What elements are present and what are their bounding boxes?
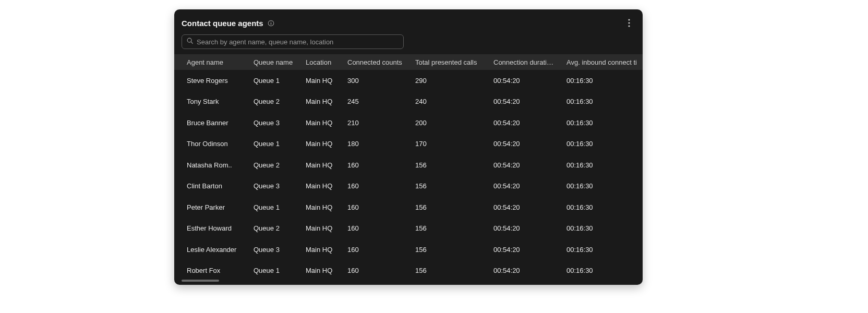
table-row[interactable]: Clint BartonQueue 3Main HQ16015600:54:20… [174,176,643,197]
cell-location: Main HQ [299,224,341,232]
cell-queue-name: Queue 3 [247,182,299,190]
cell-agent-name: Bruce Banner [174,119,247,127]
svg-rect-2 [271,22,271,25]
cell-connected: 180 [341,140,409,148]
cell-connected: 160 [341,182,409,190]
cell-queue-name: Queue 2 [247,98,299,105]
cell-agent-name: Natasha Rom.. [174,161,247,169]
cell-avg-inbound: 00:16:30 [560,203,643,211]
table-row[interactable]: Natasha Rom..Queue 2Main HQ16015600:54:2… [174,154,643,176]
cell-queue-name: Queue 2 [247,224,299,232]
cell-duration: 00:54:20 [487,182,560,190]
svg-point-1 [271,21,272,22]
cell-duration: 00:54:20 [487,246,560,254]
cell-presented: 156 [409,182,487,190]
cell-agent-name: Thor Odinson [174,140,247,148]
cell-connected: 300 [341,77,409,85]
cell-connected: 160 [341,203,409,211]
col-location[interactable]: Location [299,58,341,66]
cell-location: Main HQ [299,140,341,148]
cell-location: Main HQ [299,182,341,190]
cell-presented: 200 [409,119,487,127]
cell-connected: 160 [341,267,409,274]
cell-duration: 00:54:20 [487,203,560,211]
cell-presented: 156 [409,161,487,169]
cell-presented: 240 [409,98,487,105]
cell-agent-name: Peter Parker [174,203,247,211]
svg-line-7 [191,42,192,43]
col-avg-inbound[interactable]: Avg. inbound connect ti [560,58,643,66]
table-row[interactable]: Thor OdinsonQueue 1Main HQ18017000:54:20… [174,134,643,155]
cell-agent-name: Robert Fox [174,267,247,274]
table-row[interactable]: Robert FoxQueue 1Main HQ16015600:54:2000… [174,260,643,282]
cell-agent-name: Steve Rogers [174,77,247,85]
cell-agent-name: Tony Stark [174,98,247,105]
cell-queue-name: Queue 3 [247,246,299,254]
cell-duration: 00:54:20 [487,119,560,127]
cell-queue-name: Queue 1 [247,267,299,274]
cell-location: Main HQ [299,77,341,85]
cell-location: Main HQ [299,203,341,211]
table-row[interactable]: Leslie AlexanderQueue 3Main HQ16015600:5… [174,239,643,260]
svg-point-3 [628,19,630,20]
cell-duration: 00:54:20 [487,224,560,232]
cell-location: Main HQ [299,246,341,254]
cell-avg-inbound: 00:16:30 [560,161,643,169]
col-connected[interactable]: Connected counts [341,58,409,66]
cell-avg-inbound: 00:16:30 [560,98,643,105]
cell-presented: 156 [409,267,487,274]
cell-duration: 00:54:20 [487,98,560,105]
cell-avg-inbound: 00:16:30 [560,77,643,85]
cell-avg-inbound: 00:16:30 [560,119,643,127]
cell-duration: 00:54:20 [487,267,560,274]
table-wrap: Agent name Queue name Location Connected… [174,54,643,285]
col-queue-name[interactable]: Queue name [247,58,299,66]
cell-queue-name: Queue 1 [247,203,299,211]
cell-duration: 00:54:20 [487,140,560,148]
table-row[interactable]: Bruce BannerQueue 3Main HQ21020000:54:20… [174,112,643,134]
cell-connected: 160 [341,224,409,232]
svg-point-5 [628,25,630,27]
table-row[interactable]: Esther HowardQueue 2Main HQ16015600:54:2… [174,218,643,239]
table-scroll[interactable]: Agent name Queue name Location Connected… [174,54,643,285]
more-options-button[interactable] [623,17,635,29]
col-duration[interactable]: Connection duration [487,58,560,66]
cell-agent-name: Leslie Alexander [174,246,247,254]
cell-queue-name: Queue 1 [247,140,299,148]
info-icon[interactable] [268,19,275,27]
cell-connected: 160 [341,246,409,254]
cell-duration: 00:54:20 [487,77,560,85]
cell-avg-inbound: 00:16:30 [560,140,643,148]
cell-presented: 170 [409,140,487,148]
cell-duration: 00:54:20 [487,161,560,169]
svg-point-4 [628,22,630,23]
cell-avg-inbound: 00:16:30 [560,267,643,274]
panel-title: Contact queue agents [182,19,263,28]
horizontal-scrollbar-track[interactable] [182,280,635,282]
cell-presented: 156 [409,246,487,254]
search-box[interactable] [182,34,404,49]
contact-queue-agents-panel: Contact queue agents [174,9,643,285]
table-row[interactable]: Steve RogersQueue 1Main HQ30029000:54:20… [174,70,643,91]
col-presented[interactable]: Total presented calls [409,58,487,66]
cell-location: Main HQ [299,161,341,169]
table-row[interactable]: Tony StarkQueue 2Main HQ24524000:54:2000… [174,91,643,113]
cell-location: Main HQ [299,267,341,274]
panel-header: Contact queue agents [174,9,643,34]
search-row [174,34,643,54]
cell-queue-name: Queue 3 [247,119,299,127]
table-body: Steve RogersQueue 1Main HQ30029000:54:20… [174,70,643,281]
cell-location: Main HQ [299,98,341,105]
horizontal-scrollbar-thumb[interactable] [182,280,219,282]
search-icon [186,37,194,46]
cell-connected: 245 [341,98,409,105]
cell-presented: 156 [409,224,487,232]
table-row[interactable]: Peter ParkerQueue 1Main HQ16015600:54:20… [174,197,643,218]
col-agent-name[interactable]: Agent name [174,58,247,66]
cell-avg-inbound: 00:16:30 [560,182,643,190]
cell-presented: 290 [409,77,487,85]
cell-queue-name: Queue 2 [247,161,299,169]
search-input[interactable] [197,38,399,46]
cell-agent-name: Clint Barton [174,182,247,190]
agents-table: Agent name Queue name Location Connected… [174,54,643,281]
